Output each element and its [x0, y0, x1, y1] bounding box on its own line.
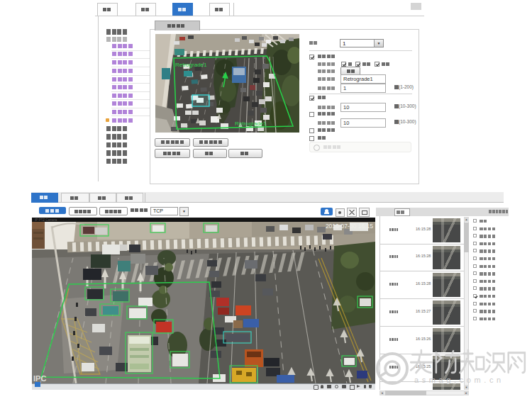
svg-text:Retrograde1: Retrograde1	[175, 62, 207, 68]
svg-text:Retrograde1: Retrograde1	[235, 120, 267, 127]
svg-text:IP PTZ Camera: IP PTZ Camera	[35, 218, 57, 222]
svg-text:2016-07-30 16:15: 2016-07-30 16:15	[326, 223, 373, 230]
